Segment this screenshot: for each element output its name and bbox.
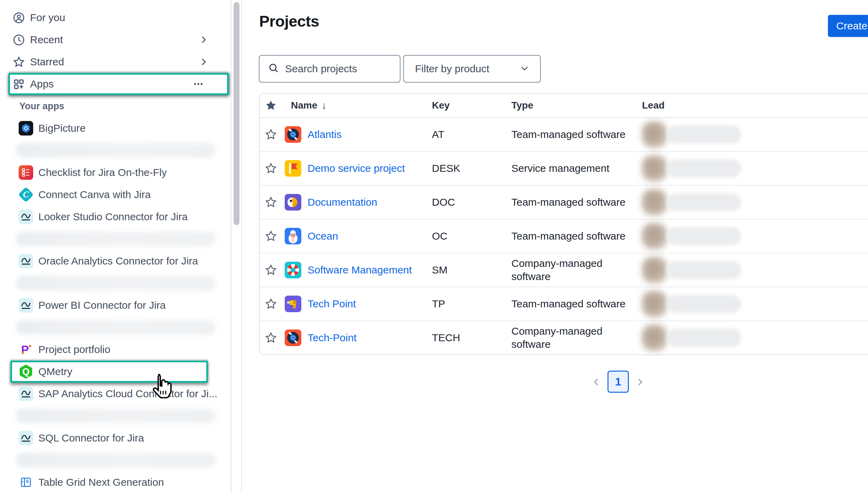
sidebar-item-label: Apps xyxy=(30,78,54,90)
drill-project-icon xyxy=(285,296,301,312)
sidebar-app-connect-canva-with-jira[interactable]: CConnect Canva with Jira xyxy=(0,184,231,206)
sidebar-apps-list: BigPictureChecklist for Jira On-the-FlyC… xyxy=(0,117,231,493)
project-link[interactable]: Tech Point xyxy=(308,298,356,310)
search-icon xyxy=(268,62,280,75)
app-label: BigPicture xyxy=(38,122,86,134)
disc-project-icon xyxy=(285,329,301,346)
sidebar-divider xyxy=(231,0,232,493)
project-link[interactable]: Tech-Point xyxy=(308,332,357,344)
disc-project-icon xyxy=(285,126,301,143)
name-column-header[interactable]: Name ↓ xyxy=(285,100,432,111)
star-outline-icon[interactable] xyxy=(265,230,277,242)
project-link[interactable]: Demo service project xyxy=(308,162,405,174)
lead-column-header: Lead xyxy=(642,94,868,117)
sidebar-item-starred[interactable]: Starred xyxy=(0,51,231,73)
pagination-previous-button[interactable] xyxy=(590,376,603,388)
key-column-header: Key xyxy=(432,100,511,111)
project-row-tech-point: Tech-PointTECHCompany-managed software xyxy=(260,321,868,354)
project-link[interactable]: Documentation xyxy=(308,196,377,208)
sidebar-app-sap-analytics-cloud-connector-for-ji[interactable]: SAP Analytics Cloud Connector for Ji... xyxy=(0,383,231,405)
sidebar-scrollbar[interactable] xyxy=(234,2,239,225)
star-column-header xyxy=(260,99,285,112)
connector-app-icon xyxy=(19,387,33,401)
star-outline-icon[interactable] xyxy=(265,128,277,141)
blurred-lead-name xyxy=(667,125,741,143)
sidebar-app-table-grid-next-generation[interactable]: Table Grid Next Generation xyxy=(0,471,231,493)
project-row-documentation: DocumentationDOCTeam-managed software xyxy=(260,186,868,220)
your-apps-section-label: Your apps xyxy=(0,95,231,117)
pagination-next-button[interactable] xyxy=(634,376,646,388)
star-outline-icon[interactable] xyxy=(265,162,277,175)
sidebar-app-sql-connector-for-jira[interactable]: SQL Connector for Jira xyxy=(0,427,231,449)
star-outline-icon[interactable] xyxy=(265,298,277,310)
project-type: Company-managed software xyxy=(511,325,642,351)
app-label: SQL Connector for Jira xyxy=(38,432,144,444)
star-outline-icon[interactable] xyxy=(265,196,277,208)
sidebar-nav: For youRecentStarredApps xyxy=(0,7,231,95)
connector-app-icon xyxy=(19,298,33,313)
sidebar-item-apps[interactable]: Apps xyxy=(8,73,229,95)
page-title: Projects xyxy=(259,12,319,30)
blurred-lead-name xyxy=(667,159,741,177)
app-label: Table Grid Next Generation xyxy=(38,476,164,488)
flag-project-icon xyxy=(285,160,301,177)
more-options-icon[interactable] xyxy=(192,77,205,91)
project-key: SM xyxy=(432,264,511,276)
sidebar-app-oracle-analytics-connector-for-jira[interactable]: Oracle Analytics Connector for Jira xyxy=(0,250,231,272)
svg-text:P: P xyxy=(21,343,29,356)
sidebar-app-bigpicture[interactable]: BigPicture xyxy=(0,117,231,139)
pointer-hand-cursor xyxy=(149,373,173,402)
table-header-row: Name ↓ Key Type Lead xyxy=(260,94,868,118)
search-projects-field[interactable] xyxy=(259,55,400,83)
pagination-current-page[interactable]: 1 xyxy=(607,371,629,393)
filter-by-product-dropdown[interactable]: Filter by product xyxy=(403,55,541,83)
blurred-text-redaction xyxy=(16,276,216,290)
app-label: Checklist for Jira On-the-Fly xyxy=(38,167,167,178)
project-type: Company-managed software xyxy=(511,257,642,283)
star-outline-icon[interactable] xyxy=(265,332,277,344)
project-type: Team-managed software xyxy=(511,297,642,310)
bigpicture-app-icon xyxy=(19,121,33,136)
lifebuoy-project-icon xyxy=(285,262,301,278)
project-lead-cell xyxy=(642,287,868,320)
create-button[interactable]: Create xyxy=(828,15,868,37)
project-lead-cell xyxy=(642,118,868,151)
person-circle-icon xyxy=(12,11,25,24)
redacted-app-row xyxy=(0,272,231,294)
sidebar-item-for-you[interactable]: For you xyxy=(0,7,231,29)
portfolio-app-icon: P xyxy=(19,342,33,357)
sidebar-app-checklist-for-jira-on-the-fly[interactable]: Checklist for Jira On-the-Fly xyxy=(0,161,231,184)
redacted-app-row xyxy=(0,228,231,250)
sidebar-item-recent[interactable]: Recent xyxy=(0,29,231,51)
project-row-atlantis: AtlantisATTeam-managed software xyxy=(260,118,868,152)
sidebar-app-power-bi-connector-for-jira[interactable]: Power BI Connector for Jira xyxy=(0,294,231,316)
project-link[interactable]: Software Management xyxy=(308,264,412,276)
blurred-text-redaction xyxy=(16,232,216,246)
project-row-demo-service-project: Demo service projectDESKService manageme… xyxy=(260,152,868,186)
chevron-right-icon xyxy=(198,35,209,45)
app-label: Looker Studio Connector for Jira xyxy=(38,211,188,223)
project-link[interactable]: Atlantis xyxy=(308,129,341,140)
redacted-app-row xyxy=(0,139,231,161)
blurred-text-redaction xyxy=(16,320,216,335)
blurred-lead-name xyxy=(667,295,741,313)
sidebar-app-qmetry[interactable]: QQMetry xyxy=(10,361,208,383)
apps-grid-icon xyxy=(12,78,25,91)
app-label: Connect Canva with Jira xyxy=(38,189,151,201)
sidebar-app-project-portfolio[interactable]: PProject portfolio xyxy=(0,338,231,361)
connector-app-icon xyxy=(19,431,33,445)
search-input[interactable] xyxy=(284,63,389,75)
checklist-app-icon xyxy=(19,165,33,180)
project-key: AT xyxy=(432,129,511,140)
project-link[interactable]: Ocean xyxy=(308,230,338,242)
project-row-ocean: OceanOCTeam-managed software xyxy=(260,220,868,253)
sidebar-app-looker-studio-connector-for-jira[interactable]: Looker Studio Connector for Jira xyxy=(0,206,231,228)
blurred-lead-avatar xyxy=(642,291,667,317)
star-outline-icon[interactable] xyxy=(265,264,277,276)
parrot-project-icon xyxy=(285,194,301,211)
project-type: Team-managed software xyxy=(511,230,642,243)
redacted-app-row xyxy=(0,405,231,427)
project-lead-cell xyxy=(642,321,868,354)
project-lead-cell xyxy=(642,220,868,253)
jira-projects-page: For youRecentStarredApps Your apps BigPi… xyxy=(0,0,868,493)
